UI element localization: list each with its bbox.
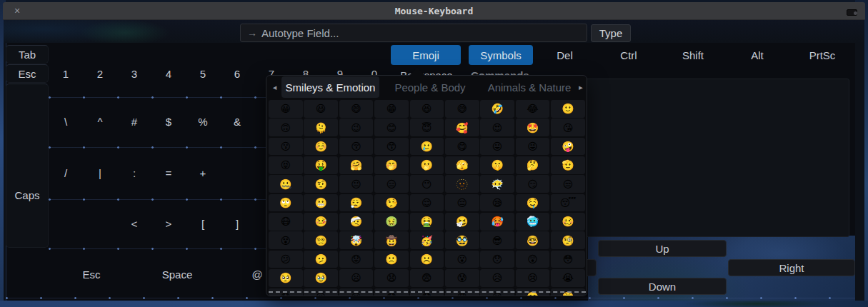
emoji-cell[interactable]: 🤧 — [445, 213, 479, 231]
emoji-cell[interactable]: 🙄 — [269, 194, 303, 212]
emoji-cell[interactable]: 🫢 — [410, 156, 444, 174]
emoji-cell[interactable]: 🤢 — [374, 213, 409, 231]
popup-resize-handle[interactable] — [269, 291, 586, 293]
emoji-cell[interactable]: 😅 — [445, 100, 479, 118]
emoji-cell[interactable]: 🤒 — [304, 213, 338, 231]
emoji-cell[interactable]: 😧 — [374, 269, 409, 287]
emoji-cell[interactable]: 😗 — [269, 138, 303, 156]
emoji-cell[interactable]: 🤭 — [374, 156, 409, 174]
key-4[interactable]: 4 — [151, 64, 186, 83]
key-caret[interactable]: ^ — [83, 112, 117, 131]
emoji-cell[interactable]: 😯 — [480, 251, 514, 268]
emoji-cell[interactable]: 😘 — [551, 119, 585, 136]
emoji-cell[interactable]: 😵‍💫 — [304, 231, 338, 249]
emoji-cell[interactable]: 🤩 — [516, 119, 550, 136]
emoji-cell[interactable]: 🫡 — [551, 156, 585, 174]
emoji-cell[interactable]: 😮‍💨 — [339, 194, 374, 212]
key-esc[interactable]: Esc — [49, 265, 134, 283]
emoji-cell[interactable]: 🧐 — [551, 231, 585, 249]
emoji-cell[interactable]: 😭 — [551, 269, 585, 287]
autotype-input[interactable] — [260, 25, 574, 41]
key-dollar[interactable]: $ — [151, 112, 186, 131]
emoji-cell[interactable]: 🥶 — [516, 213, 550, 231]
emoji-cell[interactable]: 🤗 — [339, 156, 374, 174]
emoji-cell[interactable]: 🤨 — [304, 175, 338, 193]
emoji-cell[interactable]: 🤥 — [374, 194, 409, 212]
emoji-cell[interactable]: 😆 — [410, 100, 444, 118]
key-pipe[interactable]: | — [83, 163, 117, 182]
emoji-cell[interactable]: 🤑 — [304, 156, 338, 174]
emoji-cell[interactable]: 🥺 — [269, 269, 303, 287]
emoji-cell[interactable]: 🙂 — [551, 100, 585, 118]
tab-smileys-emotion[interactable]: Smileys & Emotion — [281, 76, 379, 98]
emoji-cell[interactable]: 😝 — [269, 156, 303, 174]
emoji-cell[interactable]: 😶 — [410, 175, 444, 193]
titlebar[interactable]: × Mouse-Keyboard — [3, 2, 865, 20]
emoji-cell[interactable]: 😮 — [445, 251, 479, 268]
key-5[interactable]: 5 — [186, 64, 220, 83]
emoji-cell[interactable]: 🥹 — [304, 269, 338, 287]
key-hash[interactable]: # — [117, 112, 151, 131]
emoji-cell[interactable]: 😜 — [516, 138, 550, 156]
emoji-cell[interactable]: 😑 — [374, 175, 409, 193]
emoji-cell[interactable]: 🤔 — [516, 156, 550, 174]
key-tab[interactable]: Tab — [6, 45, 49, 64]
emoji-cell[interactable]: 😵 — [269, 231, 303, 249]
emoji-cell[interactable]: 😃 — [304, 100, 338, 118]
key-shift[interactable]: Shift — [661, 45, 725, 65]
key-caps[interactable]: Caps — [6, 84, 49, 248]
key-backslash[interactable]: \ — [49, 112, 83, 131]
key-2[interactable]: 2 — [83, 64, 117, 83]
emoji-cell[interactable]: 😛 — [480, 138, 514, 156]
emoji-cell[interactable]: 😦 — [339, 269, 374, 287]
symbols-button[interactable]: Symbols — [469, 45, 533, 65]
key-plus[interactable]: + — [186, 163, 220, 182]
key-alt[interactable]: Alt — [725, 45, 789, 65]
emoji-tabs-next-icon[interactable]: ▸ — [576, 78, 586, 96]
emoji-cell[interactable]: 😍 — [480, 119, 514, 136]
emoji-cell[interactable]: 😬 — [304, 194, 338, 212]
emoji-cell[interactable]: 😂 — [516, 100, 550, 118]
emoji-cell[interactable]: 😴 — [551, 194, 585, 212]
emoji-cell[interactable]: 😁 — [374, 100, 409, 118]
key-prtsc[interactable]: PrtSc — [789, 45, 855, 65]
emoji-cell[interactable]: 🥰 — [445, 119, 479, 136]
emoji-cell[interactable]: ☺️ — [304, 138, 338, 156]
key-esc[interactable]: Esc — [6, 64, 49, 83]
emoji-cell[interactable]: 😒 — [551, 175, 585, 193]
key-ampersand[interactable]: & — [220, 112, 254, 131]
emoji-cell[interactable]: 😔 — [445, 194, 479, 212]
key-6[interactable]: 6 — [220, 64, 254, 83]
emoji-cell[interactable]: 😏 — [516, 175, 550, 193]
key-percent[interactable]: % — [186, 112, 220, 131]
emoji-cell[interactable]: 😐 — [339, 175, 374, 193]
key-del[interactable]: Del — [533, 45, 597, 65]
emoji-cell[interactable]: 🫤 — [304, 251, 338, 268]
tab-people-body[interactable]: People & Body — [381, 76, 479, 98]
emoji-cell[interactable]: 🤣 — [480, 100, 514, 118]
tab-animals-nature[interactable]: Animals & Nature — [480, 76, 579, 98]
key-colon[interactable]: : — [117, 163, 151, 182]
emoji-cell[interactable]: 😳 — [551, 251, 585, 268]
emoji-cell[interactable]: 😷 — [269, 213, 303, 231]
emoji-cell[interactable]: 😨 — [410, 269, 444, 287]
emoji-cell[interactable]: 🤤 — [516, 194, 550, 212]
emoji-cell[interactable]: 😢 — [516, 269, 550, 287]
emoji-cell[interactable]: 😌 — [410, 194, 444, 212]
right-button[interactable]: Right — [728, 259, 855, 276]
emoji-cell[interactable]: 😟 — [339, 251, 374, 268]
emoji-cell[interactable]: 🤮 — [410, 213, 444, 231]
emoji-cell[interactable]: 😰 — [445, 269, 479, 287]
key-less-than[interactable]: < — [117, 214, 151, 233]
emoji-cell[interactable]: 🤐 — [269, 175, 303, 193]
key-left-bracket[interactable]: [ — [186, 214, 220, 233]
emoji-cell[interactable]: 😀 — [269, 100, 303, 118]
emoji-cell[interactable]: 🥳 — [410, 231, 444, 249]
emoji-cell[interactable]: 🤠 — [374, 231, 409, 249]
emoji-tabs-prev-icon[interactable]: ◂ — [269, 78, 280, 96]
emoji-cell[interactable]: 🙃 — [269, 119, 303, 136]
key-space[interactable]: Space — [134, 265, 220, 283]
emoji-cell[interactable]: 🤪 — [551, 138, 585, 156]
emoji-cell[interactable]: 😶‍🌫️ — [480, 175, 514, 193]
emoji-button[interactable]: Emoji — [391, 45, 461, 65]
